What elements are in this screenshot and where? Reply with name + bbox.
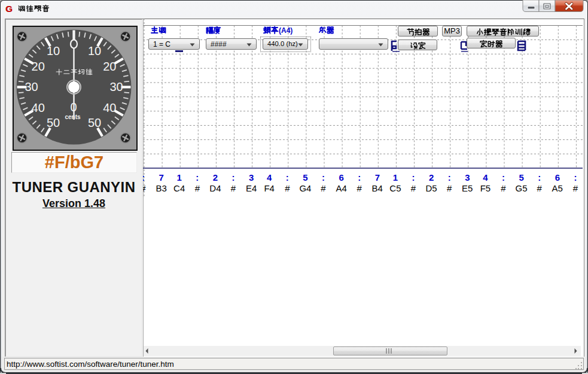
svg-text:20: 20	[32, 60, 45, 73]
svg-text:D5: D5	[426, 183, 437, 193]
svg-text:5: 5	[519, 172, 523, 183]
svg-text::: :	[538, 172, 541, 183]
svg-text:#: #	[143, 183, 146, 193]
svg-text:#: #	[573, 183, 578, 193]
svg-text::: :	[322, 172, 325, 183]
svg-text:40: 40	[103, 101, 116, 114]
svg-text:5: 5	[303, 172, 307, 183]
svg-text:10: 10	[88, 44, 101, 57]
svg-text::: :	[574, 172, 577, 183]
svg-text:#: #	[321, 183, 326, 193]
svg-text::: :	[448, 172, 451, 183]
svg-text:#: #	[231, 183, 236, 193]
svg-text:3: 3	[249, 172, 254, 183]
svg-text:#: #	[537, 183, 543, 193]
svg-text:#: #	[285, 183, 290, 193]
svg-text:B3: B3	[156, 183, 166, 193]
svg-text:2: 2	[213, 172, 218, 183]
svg-text:D4: D4	[209, 183, 221, 193]
svg-text:50: 50	[88, 116, 101, 129]
svg-text:A4: A4	[336, 183, 346, 193]
svg-text:#: #	[195, 183, 200, 193]
svg-text:4: 4	[267, 172, 272, 183]
svg-text::: :	[196, 172, 199, 183]
svg-text::: :	[232, 172, 235, 183]
svg-text::: :	[358, 172, 361, 183]
svg-text::: :	[143, 172, 145, 183]
svg-text:3: 3	[465, 172, 470, 183]
svg-text:G5: G5	[516, 183, 528, 193]
svg-text:G4: G4	[299, 183, 311, 193]
svg-text:30: 30	[109, 80, 123, 93]
svg-text:30: 30	[25, 80, 38, 93]
svg-text::: :	[502, 172, 505, 183]
svg-text:E5: E5	[462, 183, 473, 193]
svg-text:cents: cents	[65, 114, 81, 120]
svg-text:50: 50	[47, 116, 60, 129]
svg-text:7: 7	[375, 172, 380, 183]
svg-text:2: 2	[429, 172, 434, 183]
svg-text:6: 6	[555, 172, 560, 183]
svg-text:6: 6	[339, 172, 343, 183]
svg-text:#: #	[447, 183, 452, 193]
svg-text:#: #	[357, 183, 362, 193]
svg-text:20: 20	[103, 60, 116, 73]
svg-text:4: 4	[483, 172, 488, 183]
svg-text:A5: A5	[552, 183, 563, 193]
svg-text:1: 1	[393, 172, 398, 183]
svg-text:#: #	[411, 183, 416, 193]
svg-text::: :	[412, 172, 415, 183]
svg-text:C4: C4	[173, 183, 185, 193]
svg-text:1: 1	[177, 172, 182, 183]
svg-text:F4: F4	[264, 183, 275, 193]
svg-text:F5: F5	[480, 183, 491, 193]
svg-text::: :	[286, 172, 289, 183]
svg-text:10: 10	[47, 44, 60, 57]
svg-text:C5: C5	[389, 183, 401, 193]
svg-text:7: 7	[159, 172, 163, 183]
svg-text:#: #	[501, 183, 506, 193]
svg-text:E4: E4	[246, 183, 257, 193]
svg-text:B4: B4	[372, 183, 383, 193]
svg-text:40: 40	[32, 101, 45, 114]
